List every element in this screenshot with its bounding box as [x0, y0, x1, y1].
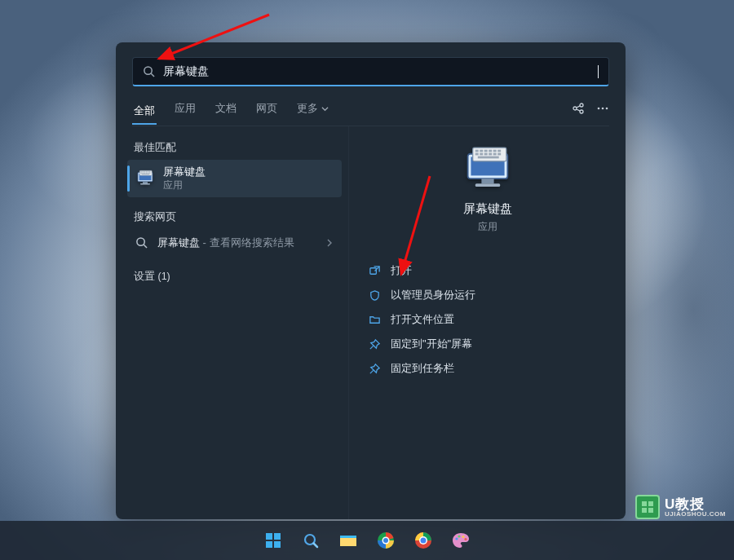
svg-rect-22: [142, 173, 144, 174]
result-subtitle: 应用: [163, 179, 206, 192]
svg-rect-16: [142, 171, 144, 172]
search-icon: [143, 65, 155, 77]
search-input[interactable]: 屏幕键盘: [163, 64, 589, 79]
action-open-location[interactable]: 打开文件位置: [364, 307, 611, 332]
svg-rect-75: [648, 508, 653, 513]
svg-point-9: [606, 108, 608, 110]
action-pin-start[interactable]: 固定到"开始"屏幕: [364, 332, 611, 356]
svg-rect-56: [266, 541, 272, 548]
svg-rect-19: [148, 171, 149, 172]
svg-rect-20: [149, 171, 151, 172]
svg-point-8: [602, 108, 604, 110]
svg-rect-35: [475, 150, 478, 152]
svg-rect-33: [475, 183, 499, 187]
action-run-admin[interactable]: 以管理员身份运行: [364, 283, 611, 307]
watermark: U教授 UJIAOSHOU.COM: [635, 495, 726, 519]
results-column: 最佳匹配 屏幕键盘 应用 搜索网页 屏幕: [116, 126, 348, 519]
svg-line-1: [151, 73, 154, 77]
svg-rect-13: [140, 183, 150, 185]
svg-rect-21: [140, 173, 142, 174]
result-on-screen-keyboard[interactable]: 屏幕键盘 应用: [127, 160, 342, 197]
svg-point-7: [598, 108, 600, 110]
svg-line-59: [314, 544, 318, 548]
action-label: 固定到任务栏: [391, 361, 454, 376]
tab-documents[interactable]: 文档: [214, 98, 238, 119]
admin-shield-icon: [369, 289, 381, 302]
watermark-badge-icon: [635, 495, 660, 519]
preview-title: 屏幕键盘: [463, 201, 512, 217]
svg-rect-38: [489, 150, 492, 152]
watermark-title: U教授: [665, 497, 726, 511]
action-label: 以管理员身份运行: [391, 288, 475, 302]
action-label: 固定到"开始"屏幕: [391, 337, 472, 351]
svg-rect-47: [477, 157, 498, 159]
svg-rect-55: [274, 533, 281, 540]
svg-rect-25: [148, 173, 149, 174]
search-box[interactable]: 屏幕键盘: [132, 57, 609, 86]
svg-rect-27: [142, 174, 150, 174]
start-search-panel: 屏幕键盘 全部 应用 文档 网页 更多 最佳匹配: [116, 42, 626, 519]
svg-point-0: [144, 67, 152, 74]
settings-heading[interactable]: 设置 (1): [127, 267, 342, 289]
taskbar: [0, 521, 734, 560]
taskbar-paint[interactable]: [444, 524, 477, 557]
open-icon: [369, 265, 381, 277]
svg-rect-36: [480, 150, 483, 152]
svg-rect-74: [642, 508, 647, 513]
svg-point-68: [455, 537, 458, 540]
web-search-heading: 搜索网页: [127, 207, 342, 229]
svg-rect-17: [144, 171, 146, 172]
tab-apps[interactable]: 应用: [173, 98, 197, 119]
folder-icon: [338, 531, 358, 549]
palette-icon: [451, 531, 471, 550]
edge-icon: [376, 531, 396, 550]
taskbar-explorer[interactable]: [332, 524, 365, 557]
chevron-down-icon: [321, 105, 329, 112]
svg-rect-60: [340, 538, 356, 546]
svg-rect-54: [266, 533, 272, 540]
svg-rect-23: [144, 173, 146, 174]
action-open[interactable]: 打开: [364, 258, 611, 283]
svg-rect-44: [489, 153, 492, 156]
svg-rect-24: [146, 173, 148, 174]
tab-more[interactable]: 更多: [295, 98, 330, 119]
taskbar-edge[interactable]: [369, 524, 402, 557]
filter-tabs: 全部 应用 文档 网页 更多: [132, 98, 609, 126]
svg-line-51: [370, 370, 374, 373]
svg-rect-42: [480, 153, 483, 156]
svg-rect-12: [143, 182, 148, 183]
text-cursor: [598, 65, 599, 78]
action-pin-taskbar[interactable]: 固定到任务栏: [364, 356, 611, 381]
more-icon[interactable]: [596, 102, 609, 115]
watermark-url: UJIAOSHOU.COM: [665, 511, 726, 518]
svg-line-5: [577, 106, 580, 108]
svg-rect-61: [340, 536, 356, 538]
svg-point-67: [421, 538, 427, 544]
svg-point-4: [580, 110, 583, 113]
actions-list: 打开 以管理员身份运行 打开文件位置 固定到"开始"屏幕 固定到任务栏: [364, 258, 611, 381]
folder-icon: [369, 314, 381, 326]
start-button[interactable]: [257, 524, 290, 557]
svg-rect-72: [642, 501, 647, 506]
search-icon: [135, 236, 148, 249]
tab-web[interactable]: 网页: [254, 98, 279, 119]
svg-point-70: [462, 536, 464, 538]
share-icon[interactable]: [572, 102, 585, 115]
web-search-text: 屏幕键盘 - 查看网络搜索结果: [157, 236, 294, 250]
svg-point-69: [458, 535, 460, 537]
windows-icon: [264, 531, 282, 549]
tab-all[interactable]: 全部: [132, 100, 157, 125]
svg-point-3: [580, 104, 583, 107]
svg-rect-37: [484, 150, 487, 152]
svg-rect-45: [493, 153, 496, 156]
pin-icon: [369, 338, 381, 351]
result-title: 屏幕键盘: [163, 165, 206, 179]
action-label: 打开: [391, 263, 412, 278]
taskbar-chrome[interactable]: [407, 524, 440, 557]
svg-point-2: [573, 107, 577, 110]
svg-rect-15: [140, 171, 142, 172]
taskbar-search[interactable]: [294, 524, 327, 557]
svg-rect-41: [475, 153, 478, 156]
web-search-row[interactable]: 屏幕键盘 - 查看网络搜索结果: [127, 229, 342, 257]
svg-point-71: [464, 538, 466, 540]
